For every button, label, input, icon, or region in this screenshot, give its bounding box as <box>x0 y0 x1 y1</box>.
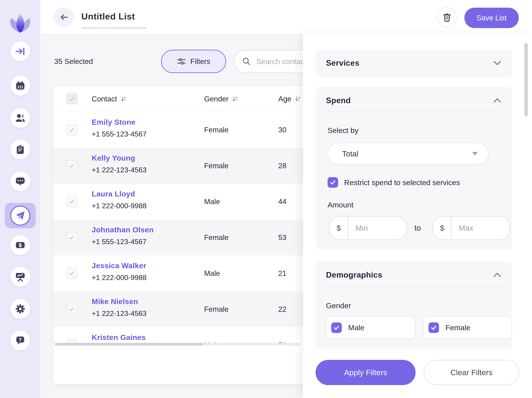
chevron-up-icon[interactable] <box>493 272 502 278</box>
column-header-age[interactable]: Age <box>278 86 302 112</box>
divider <box>326 112 502 112</box>
contact-name-link[interactable]: Kelly Young <box>92 154 146 162</box>
contact-phone: +1 222-000-9988 <box>92 273 146 282</box>
chat-icon <box>15 176 25 187</box>
contacts-icon <box>15 113 25 123</box>
filter-section-services[interactable]: Services <box>316 50 512 77</box>
table-row[interactable]: Mike Nielsen+1 222-123-4563 Female 22 <box>53 291 319 327</box>
calendar-icon <box>15 80 25 91</box>
sidebar: $ <box>0 0 40 398</box>
filter-panel: Services Spend Select by Total Restrict … <box>303 34 532 398</box>
back-button[interactable] <box>54 7 74 27</box>
panel-scrollbar-thumb[interactable] <box>524 43 528 116</box>
checkmark-icon <box>430 324 437 331</box>
horizontal-scrollbar-thumb[interactable] <box>55 343 203 346</box>
filter-section-spend: Spend Select by Total Restrict spend to … <box>316 87 512 250</box>
amount-max-group[interactable]: $ <box>433 216 510 240</box>
delete-list-button[interactable] <box>437 7 457 27</box>
restrict-spend-checkbox[interactable] <box>328 177 338 188</box>
contact-name-link[interactable]: Johnathan Olsen <box>92 225 154 234</box>
contact-name-link[interactable]: Mike Nielsen <box>92 297 146 306</box>
sidebar-item-collapse[interactable] <box>10 41 30 61</box>
amount-max-input[interactable] <box>458 216 504 240</box>
horizontal-scrollbar[interactable] <box>55 343 300 346</box>
chevron-up-icon[interactable] <box>493 97 502 104</box>
search-magnifier-icon <box>242 57 251 66</box>
lotus-logo-icon <box>8 9 33 35</box>
list-title-input[interactable]: Untitled List <box>81 11 135 22</box>
contact-name-link[interactable]: Kristen Gaines <box>92 333 146 342</box>
spend-select-by-dropdown[interactable]: Total <box>328 143 489 165</box>
column-header-gender[interactable]: Gender <box>204 86 239 112</box>
contact-name-link[interactable]: Jessica Walker <box>92 261 146 270</box>
age-value: 53 <box>278 220 286 255</box>
restrict-spend-checkbox-row[interactable]: Restrict spend to selected services <box>328 177 460 188</box>
divider <box>326 286 502 287</box>
contact-name-link[interactable]: Laura Lloyd <box>92 190 146 198</box>
gear-icon <box>15 303 25 314</box>
sidebar-item-contacts[interactable] <box>10 108 30 128</box>
male-option-label: Male <box>348 323 364 332</box>
sort-arrows-icon[interactable] <box>294 95 302 102</box>
collapse-sidebar-icon <box>15 46 25 57</box>
row-checkbox[interactable] <box>66 303 77 315</box>
demographics-section-title: Demographics <box>326 270 382 279</box>
sidebar-item-help[interactable]: ? <box>10 331 30 350</box>
row-checkbox[interactable] <box>66 160 77 171</box>
sort-arrows-icon[interactable] <box>231 95 239 102</box>
filter-panel-footer: Apply Filters Clear Filters <box>303 348 532 398</box>
amount-range-row: $ to $ <box>316 216 512 240</box>
contact-phone: +1 555-123-4567 <box>92 238 154 246</box>
save-list-button[interactable]: Save List <box>464 8 519 28</box>
age-value: 28 <box>278 148 286 184</box>
male-checkbox[interactable] <box>331 322 342 333</box>
sidebar-item-messages[interactable] <box>10 171 30 191</box>
row-checkbox[interactable] <box>66 196 77 207</box>
clear-filters-button[interactable]: Clear Filters <box>424 360 519 385</box>
table-header-row: Contact Gender Age <box>53 86 319 112</box>
contact-phone: +1 222-123-4563 <box>92 166 146 174</box>
svg-text:$: $ <box>19 242 22 248</box>
table-row[interactable]: Laura Lloyd+1 222-000-9988 Male 44 <box>53 184 319 220</box>
table-viewport: Contact Gender Age <box>53 86 319 346</box>
table-row[interactable]: Jessica Walker+1 222-000-9988 Male 21 <box>53 255 319 291</box>
amount-to-label: to <box>412 216 423 240</box>
female-checkbox[interactable] <box>429 322 439 333</box>
sidebar-item-campaigns-active[interactable] <box>5 203 36 228</box>
sort-arrows-icon[interactable] <box>120 95 127 102</box>
filters-button[interactable]: Filters <box>161 50 226 73</box>
select-all-checkbox[interactable] <box>66 93 77 104</box>
gender-option-male[interactable]: Male <box>326 316 415 339</box>
sidebar-item-settings[interactable] <box>10 299 30 319</box>
sidebar-item-calendar[interactable] <box>10 76 30 95</box>
table-row[interactable]: Emily Stone+1 555-123-4567 Female 30 <box>53 112 319 148</box>
sidebar-item-notes[interactable] <box>10 140 30 159</box>
gender-option-female[interactable]: Female <box>423 316 512 339</box>
filters-sliders-icon <box>177 57 186 66</box>
apply-filters-button[interactable]: Apply Filters <box>316 360 416 385</box>
gender-value: Female <box>204 291 228 327</box>
column-header-contact[interactable]: Contact <box>92 86 127 112</box>
currency-prefix: $ <box>330 216 348 240</box>
gender-value: Male <box>204 255 220 291</box>
table-row[interactable]: Johnathan Olsen+1 555-123-4567 Female 53 <box>53 220 319 255</box>
row-checkbox[interactable] <box>66 232 77 243</box>
contacts-table: Contact Gender Age <box>53 86 319 384</box>
dollar-icon: $ <box>15 240 25 250</box>
contact-name-link[interactable]: Emily Stone <box>92 118 146 126</box>
amount-min-input[interactable] <box>355 216 400 240</box>
row-checkbox[interactable] <box>66 268 77 279</box>
amount-min-group[interactable]: $ <box>329 216 407 240</box>
sidebar-item-analytics[interactable] <box>10 267 30 287</box>
svg-text:?: ? <box>19 337 22 342</box>
spend-section-title: Spend <box>326 96 351 105</box>
chevron-down-icon[interactable] <box>493 59 502 66</box>
select-by-label: Select by <box>328 126 358 135</box>
dropdown-triangle-icon <box>472 152 478 155</box>
table-row[interactable]: Kelly Young+1 222-123-4563 Female 28 <box>53 148 319 184</box>
sidebar-item-billing[interactable]: $ <box>10 235 30 255</box>
help-icon: ? <box>15 335 25 346</box>
row-checkbox[interactable] <box>66 124 77 135</box>
gender-value: Male <box>204 184 220 220</box>
restrict-spend-label: Restrict spend to selected services <box>344 178 460 187</box>
